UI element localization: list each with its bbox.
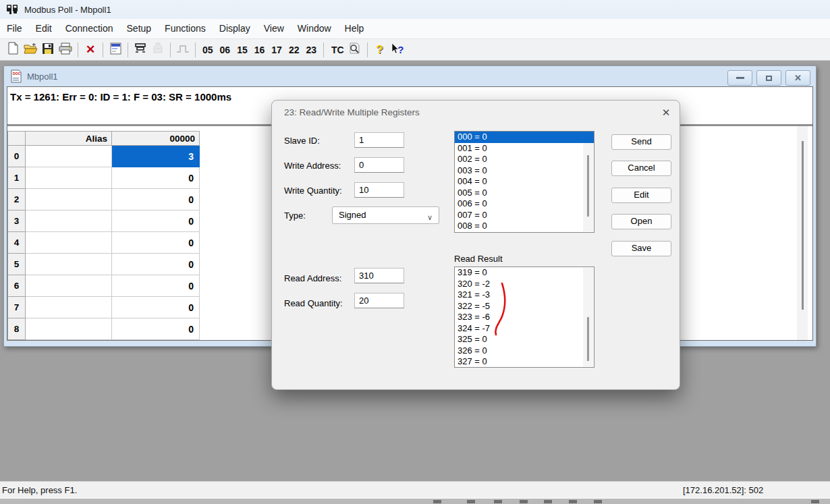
close-button[interactable]: ✕: [785, 70, 810, 86]
display-setup-button[interactable]: [107, 41, 124, 59]
list-item[interactable]: 008 = 0: [455, 221, 594, 232]
value-cell[interactable]: 0: [112, 167, 200, 189]
function-code-05-button[interactable]: 05: [202, 45, 213, 55]
alias-cell[interactable]: [26, 318, 112, 340]
restore-button[interactable]: [756, 70, 781, 86]
new-file-button[interactable]: [4, 41, 22, 59]
edit-button[interactable]: Edit: [611, 188, 671, 203]
write-quantity-input[interactable]: 10: [354, 182, 404, 198]
value-cell[interactable]: 3: [112, 146, 200, 167]
value-cell[interactable]: 0: [112, 318, 200, 340]
value-cell[interactable]: 0: [112, 254, 200, 275]
read-quantity-input[interactable]: 20: [354, 293, 404, 308]
window-setup-icon: [110, 43, 121, 57]
list-item[interactable]: 323 = -6: [455, 312, 594, 323]
row-header-cell[interactable]: 5: [7, 254, 26, 275]
grid-header-cell[interactable]: [7, 131, 26, 146]
test-center-button[interactable]: TC: [331, 45, 344, 55]
list-item[interactable]: 004 = 0: [455, 176, 594, 188]
menu-item-help[interactable]: Help: [338, 19, 371, 38]
list-item[interactable]: 319 = 0: [455, 267, 594, 279]
alias-cell[interactable]: [26, 275, 112, 297]
read-result-listbox[interactable]: 319 = 0320 = -2321 = -3322 = -5323 = -63…: [454, 267, 594, 368]
save-button[interactable]: Save: [611, 241, 671, 256]
grid-header-cell[interactable]: 00000: [112, 131, 200, 146]
alias-cell[interactable]: [26, 167, 112, 189]
list-item[interactable]: 320 = -2: [455, 279, 594, 290]
delete-button[interactable]: ✕: [82, 41, 99, 59]
alias-cell[interactable]: [26, 297, 112, 318]
row-header-cell[interactable]: 3: [7, 211, 26, 232]
value-cell[interactable]: 0: [112, 297, 200, 318]
read-write-definition-button[interactable]: [132, 41, 149, 59]
save-button[interactable]: [39, 41, 57, 59]
about-help-button[interactable]: ?: [371, 41, 389, 59]
listbox-scrollbar-thumb[interactable]: [587, 317, 589, 361]
slave-id-input[interactable]: 1: [354, 132, 404, 148]
context-help-button[interactable]: ?: [389, 41, 406, 59]
pulse-button[interactable]: [174, 41, 192, 59]
row-header-cell[interactable]: 2: [7, 189, 26, 211]
print-button[interactable]: [57, 41, 74, 59]
function-code-06-button[interactable]: 06: [220, 45, 231, 55]
function-code-17-button[interactable]: 17: [271, 45, 282, 55]
grid-scrollbar[interactable]: [797, 126, 808, 341]
table-row: 40: [7, 232, 200, 254]
function-code-22-button[interactable]: 22: [289, 45, 300, 55]
value-cell[interactable]: 0: [112, 275, 200, 297]
find-button[interactable]: [346, 41, 364, 59]
list-item[interactable]: 007 = 0: [455, 210, 594, 221]
row-header-cell[interactable]: 7: [7, 297, 26, 318]
list-item[interactable]: 321 = -3: [455, 289, 594, 301]
list-item[interactable]: 002 = 0: [455, 154, 594, 165]
row-header-cell[interactable]: 6: [7, 275, 26, 297]
list-item[interactable]: 325 = 0: [455, 334, 594, 345]
row-header-cell[interactable]: 1: [7, 167, 26, 189]
menu-item-edit[interactable]: Edit: [29, 19, 59, 38]
row-header-cell[interactable]: 0: [7, 146, 26, 167]
function-code-23-button[interactable]: 23: [306, 45, 316, 55]
function-code-15-button[interactable]: 15: [237, 45, 248, 55]
value-cell[interactable]: 0: [112, 189, 200, 211]
list-item[interactable]: 003 = 0: [455, 165, 594, 177]
write-registers-listbox[interactable]: 000 = 0001 = 0002 = 0003 = 0004 = 0005 =…: [454, 131, 594, 233]
send-button[interactable]: Send: [611, 134, 671, 150]
grid-scrollbar-thumb[interactable]: [802, 141, 804, 310]
row-header-cell[interactable]: 8: [7, 318, 26, 340]
menu-item-connection[interactable]: Connection: [59, 19, 120, 38]
list-item[interactable]: 322 = -5: [455, 301, 594, 312]
type-dropdown[interactable]: Signed ∨: [332, 206, 439, 224]
cancel-button[interactable]: Cancel: [611, 161, 671, 176]
list-item[interactable]: 005 = 0: [455, 188, 594, 199]
list-item[interactable]: 327 = 0: [455, 356, 594, 368]
function-code-16-button[interactable]: 16: [254, 45, 265, 55]
menu-item-display[interactable]: Display: [213, 19, 257, 38]
minimize-button[interactable]: [727, 70, 752, 86]
list-item[interactable]: 001 = 0: [455, 143, 594, 155]
open-file-button[interactable]: [22, 41, 39, 59]
communication-traffic-button[interactable]: [149, 41, 167, 59]
value-cell[interactable]: 0: [112, 211, 200, 232]
alias-cell[interactable]: [26, 254, 112, 275]
list-item[interactable]: 326 = 0: [455, 345, 594, 357]
menu-item-functions[interactable]: Functions: [158, 19, 213, 38]
value-cell[interactable]: 0: [112, 232, 200, 254]
grid-header-cell[interactable]: Alias: [26, 131, 112, 146]
menu-item-setup[interactable]: Setup: [120, 19, 159, 38]
menu-item-window[interactable]: Window: [291, 19, 338, 38]
alias-cell[interactable]: [26, 189, 112, 211]
alias-cell[interactable]: [26, 211, 112, 232]
list-item[interactable]: 324 = -7: [455, 323, 594, 335]
menu-item-view[interactable]: View: [257, 19, 291, 38]
row-header-cell[interactable]: 4: [7, 232, 26, 254]
list-item[interactable]: 000 = 0: [455, 132, 594, 143]
alias-cell[interactable]: [26, 232, 112, 254]
read-address-input[interactable]: 310: [354, 268, 404, 283]
open-button[interactable]: Open: [611, 214, 671, 229]
alias-cell[interactable]: [26, 146, 112, 167]
dialog-close-button[interactable]: ✕: [657, 105, 675, 121]
menu-item-file[interactable]: File: [0, 19, 29, 38]
write-address-input[interactable]: 0: [354, 157, 404, 173]
list-item[interactable]: 006 = 0: [455, 198, 594, 210]
listbox-scrollbar-thumb[interactable]: [587, 155, 589, 217]
